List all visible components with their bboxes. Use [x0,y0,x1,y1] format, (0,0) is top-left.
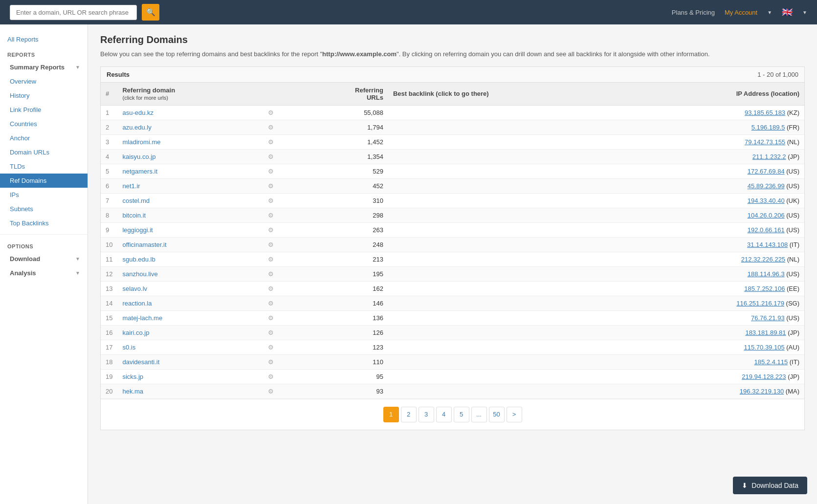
cell-domain[interactable]: officinamaster.it [117,237,263,252]
gear-icon[interactable]: ⚙ [268,358,274,366]
sidebar-item-link-profile[interactable]: Link Profile [0,103,88,117]
gear-icon[interactable]: ⚙ [268,109,274,116]
cell-domain[interactable]: azu.edu.ly [117,120,263,134]
cell-gear[interactable]: ⚙ [263,340,300,354]
sidebar-item-history[interactable]: History [0,88,88,103]
ip-link[interactable]: 5.196.189.5 [751,124,785,131]
domain-link[interactable]: netgamers.it [122,168,157,175]
cell-gear[interactable]: ⚙ [263,281,300,296]
sidebar-item-domain-urls[interactable]: Domain URLs [0,145,88,159]
cell-gear[interactable]: ⚙ [263,369,300,384]
cell-domain[interactable]: net1.ir [117,178,263,193]
domain-link[interactable]: reaction.la [122,300,152,307]
gear-icon[interactable]: ⚙ [268,168,274,175]
sidebar-item-ips[interactable]: IPs [0,188,88,202]
domain-link[interactable]: bitcoin.it [122,212,146,219]
cell-domain[interactable]: netgamers.it [117,164,263,178]
cell-domain[interactable]: leggioggi.it [117,222,263,237]
page-btn-next[interactable]: > [507,407,522,422]
gear-icon[interactable]: ⚙ [268,373,274,380]
gear-icon[interactable]: ⚙ [268,300,274,307]
page-btn-1[interactable]: 1 [383,407,399,422]
my-account-link[interactable]: My Account [725,9,757,16]
domain-link[interactable]: net1.ir [122,182,140,190]
gear-icon[interactable]: ⚙ [268,241,274,248]
cell-gear[interactable]: ⚙ [263,296,300,310]
cell-gear[interactable]: ⚙ [263,252,300,266]
cell-domain[interactable]: sanzhou.live [117,266,263,281]
sidebar-item-tlds[interactable]: TLDs [0,159,88,174]
domain-link[interactable]: s0.is [122,344,135,351]
cell-domain[interactable]: asu-edu.kz [117,105,263,120]
gear-icon[interactable]: ⚙ [268,182,274,190]
domain-link[interactable]: mladiromi.me [122,138,160,146]
download-data-button[interactable]: ⬇ Download Data [733,477,807,494]
page-btn-50[interactable]: 50 [489,407,505,422]
ip-link[interactable]: 192.0.66.161 [748,226,785,234]
page-btn-3[interactable]: 3 [419,407,434,422]
gear-icon[interactable]: ⚙ [268,226,274,234]
cell-gear[interactable]: ⚙ [263,237,300,252]
sidebar-analysis[interactable]: Analysis ▼ [0,266,88,280]
cell-gear[interactable]: ⚙ [263,134,300,149]
ip-link[interactable]: 219.94.128.223 [742,373,786,380]
ip-link[interactable]: 211.1.232.2 [752,153,786,160]
cell-gear[interactable]: ⚙ [263,164,300,178]
sidebar-all-reports[interactable]: All Reports [0,32,88,47]
domain-link[interactable]: selavo.lv [122,285,147,292]
search-button[interactable]: 🔍 [142,4,159,21]
ip-link[interactable]: 183.181.89.81 [745,329,786,336]
cell-gear[interactable]: ⚙ [263,354,300,369]
domain-link[interactable]: officinamaster.it [122,241,166,248]
cell-domain[interactable]: hek.ma [117,384,263,398]
page-btn-2[interactable]: 2 [401,407,417,422]
ip-link[interactable]: 76.76.21.93 [751,314,785,322]
cell-gear[interactable]: ⚙ [263,105,300,120]
ip-link[interactable]: 212.32.226.225 [741,256,785,263]
cell-gear[interactable]: ⚙ [263,384,300,398]
cell-domain[interactable]: sicks.jp [117,369,263,384]
gear-icon[interactable]: ⚙ [268,314,274,322]
ip-link[interactable]: 45.89.236.99 [748,182,785,190]
gear-icon[interactable]: ⚙ [268,388,274,395]
cell-gear[interactable]: ⚙ [263,149,300,164]
cell-domain[interactable]: reaction.la [117,296,263,310]
ip-link[interactable]: 194.33.40.40 [748,197,785,204]
sidebar-item-ref-domains[interactable]: Ref Domains [0,174,88,188]
cell-domain[interactable]: s0.is [117,340,263,354]
ip-link[interactable]: 115.70.39.105 [744,344,785,351]
cell-domain[interactable]: davidesanti.it [117,354,263,369]
flag-icon[interactable]: 🇬🇧 [782,7,793,18]
cell-domain[interactable]: kairi.co.jp [117,325,263,340]
search-input[interactable] [10,5,137,20]
domain-link[interactable]: sanzhou.live [122,270,157,278]
gear-icon[interactable]: ⚙ [268,124,274,131]
domain-link[interactable]: davidesanti.it [122,358,159,366]
domain-link[interactable]: costel.md [122,197,150,204]
cell-gear[interactable]: ⚙ [263,193,300,208]
domain-link[interactable]: kairi.co.jp [122,329,149,336]
sidebar-item-subnets[interactable]: Subnets [0,202,88,216]
ip-link[interactable]: 79.142.73.155 [745,138,785,146]
gear-icon[interactable]: ⚙ [268,212,274,219]
domain-link[interactable]: matej-lach.me [122,314,162,322]
page-btn-5[interactable]: 5 [454,407,469,422]
domain-link[interactable]: sicks.jp [122,373,143,380]
domain-link[interactable]: leggioggi.it [122,226,153,234]
sidebar-download[interactable]: Download ▼ [0,252,88,266]
cell-domain[interactable]: matej-lach.me [117,310,263,325]
ip-link[interactable]: 31.14.143.108 [747,241,788,248]
gear-icon[interactable]: ⚙ [268,256,274,263]
cell-domain[interactable]: kaisyu.co.jp [117,149,263,164]
page-btn-ellipsis[interactable]: ... [471,407,487,422]
cell-gear[interactable]: ⚙ [263,222,300,237]
ip-link[interactable]: 185.7.252.106 [744,285,785,292]
sidebar-summary-reports[interactable]: Summary Reports ▼ [0,60,88,74]
ip-link[interactable]: 116.251.216.179 [736,300,784,307]
ip-link[interactable]: 104.26.0.206 [748,212,785,219]
ip-link[interactable]: 93.185.65.183 [745,109,785,116]
cell-gear[interactable]: ⚙ [263,208,300,222]
plans-pricing-link[interactable]: Plans & Pricing [672,9,715,16]
cell-gear[interactable]: ⚙ [263,120,300,134]
ip-link[interactable]: 188.114.96.3 [748,270,785,278]
